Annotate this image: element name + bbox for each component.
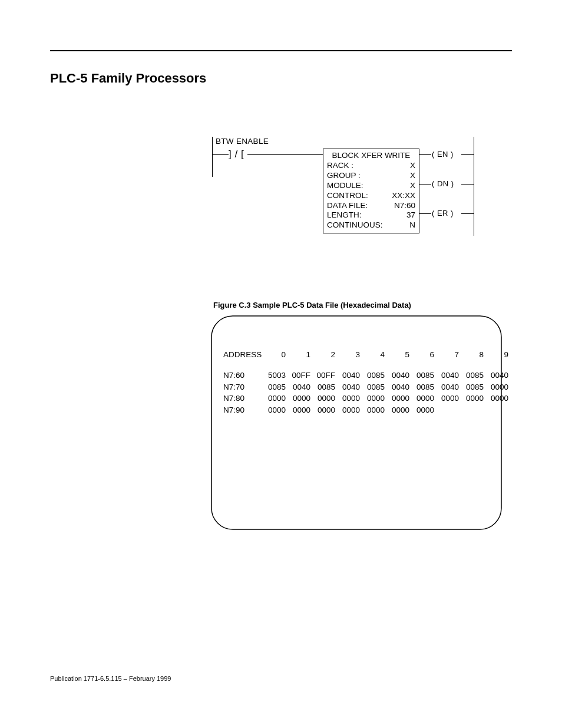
en-coil: ( EN ) [432, 150, 454, 159]
er-coil: ( ER ) [432, 209, 454, 218]
wire-er-to-rail [461, 213, 474, 214]
table-row: N7:90 0000 0000 0000 0000 0000 0000 0000 [223, 404, 511, 416]
cell: 0000 [387, 404, 412, 416]
instr-label: RACK : [327, 161, 353, 171]
cell: 0000 [263, 404, 288, 416]
cell [437, 404, 461, 416]
instr-label: MODULE: [327, 181, 363, 191]
instr-value: XX:XX [392, 191, 415, 201]
cell [461, 404, 486, 416]
page: PLC-5 Family Processors BTW ENABLE ] / [… [0, 0, 562, 728]
cell: 0000 [288, 404, 313, 416]
data-file-table: ADDRESS 0 1 2 3 4 5 6 7 8 9 N7:60 5003 0… [223, 350, 511, 416]
top-rule [50, 50, 512, 51]
right-power-rail [474, 137, 474, 236]
wire-to-er-coil [419, 213, 431, 214]
instr-value: X [410, 161, 415, 171]
cell: 5003 [263, 370, 288, 381]
data-file-screen: ADDRESS 0 1 2 3 4 5 6 7 8 9 N7:60 5003 0… [209, 314, 504, 532]
data-file-header-row: ADDRESS 0 1 2 3 4 5 6 7 8 9 [223, 350, 511, 359]
wire-to-dn-coil [419, 184, 431, 185]
table-row: N7:70 0085 0040 0085 0040 0085 0040 0085… [223, 381, 511, 393]
cell: 00FF [313, 370, 338, 381]
col-header: 8 [461, 350, 486, 359]
screen-border-icon [209, 314, 504, 532]
col-header: 7 [437, 350, 461, 359]
cell: 0000 [313, 404, 338, 416]
section-title: PLC-5 Family Processors [50, 71, 206, 86]
instr-row-datafile: DATA FILE: N7:60 [327, 201, 415, 211]
cell: 0040 [387, 370, 412, 381]
instr-row-control: CONTROL: XX:XX [327, 191, 415, 201]
cell: 0000 [288, 393, 313, 404]
cell: 0000 [263, 393, 288, 404]
btw-instruction-title: BLOCK XFER WRITE [327, 151, 415, 160]
wire-dn-to-rail [461, 184, 474, 185]
cell: 0040 [338, 370, 362, 381]
cell: 0000 [313, 393, 338, 404]
cell: 0085 [461, 381, 486, 393]
cell: 0000 [461, 393, 486, 404]
cell: 0085 [412, 381, 437, 393]
figure-caption: Figure C.3 Sample PLC-5 Data File (Hexad… [213, 301, 411, 309]
cell: 0085 [263, 381, 288, 393]
cell: 00FF [288, 370, 313, 381]
cell: 0040 [486, 370, 511, 381]
instr-row-continuous: CONTINUOUS: N [327, 220, 415, 230]
instr-label: GROUP : [327, 171, 361, 181]
wire-to-en-coil [419, 154, 431, 155]
table-row: N7:60 5003 00FF 00FF 0040 0085 0040 0085… [223, 370, 511, 381]
instr-value: X [410, 181, 415, 191]
col-header: 1 [288, 350, 313, 359]
cell: 0085 [362, 381, 387, 393]
instr-value: N [409, 220, 415, 230]
address-header-label: ADDRESS [223, 350, 263, 359]
cell: 0000 [437, 393, 461, 404]
col-header: 2 [313, 350, 338, 359]
row-address: N7:90 [223, 404, 263, 416]
cell: 0085 [461, 370, 486, 381]
instr-label: DATA FILE: [327, 201, 368, 211]
table-row: N7:80 0000 0000 0000 0000 0000 0000 0000… [223, 393, 511, 404]
cell: 0000 [486, 381, 511, 393]
instr-label: CONTROL: [327, 191, 368, 201]
instr-value: X [410, 171, 415, 181]
instr-row-module: MODULE: X [327, 181, 415, 191]
instr-value: N7:60 [394, 201, 415, 211]
cell: 0040 [387, 381, 412, 393]
cell: 0000 [362, 404, 387, 416]
cell: 0000 [486, 393, 511, 404]
xio-contact: ] / [ [229, 149, 244, 160]
col-header: 5 [387, 350, 412, 359]
col-header: 6 [412, 350, 437, 359]
row-address: N7:60 [223, 370, 263, 381]
wire-en-to-rail [461, 154, 474, 155]
col-header: 0 [263, 350, 288, 359]
cell: 0085 [313, 381, 338, 393]
cell [486, 404, 511, 416]
cell: 0040 [437, 381, 461, 393]
rung-input-label: BTW ENABLE [216, 137, 269, 146]
col-header: 3 [338, 350, 362, 359]
cell: 0000 [387, 393, 412, 404]
cell: 0040 [437, 370, 461, 381]
dn-coil: ( DN ) [432, 179, 454, 188]
publication-footer: Publication 1771-6.5.115 – February 1999 [50, 675, 171, 682]
cell: 0000 [412, 404, 437, 416]
row-address: N7:70 [223, 381, 263, 393]
col-header: 9 [486, 350, 511, 359]
instr-row-group: GROUP : X [327, 171, 415, 181]
cell: 0000 [338, 393, 362, 404]
cell: 0000 [412, 393, 437, 404]
cell: 0000 [362, 393, 387, 404]
btw-instruction-box: BLOCK XFER WRITE RACK : X GROUP : X MODU… [323, 149, 419, 233]
instr-label: LENGTH: [327, 210, 362, 220]
ladder-diagram: BTW ENABLE ] / [ BLOCK XFER WRITE RACK :… [212, 137, 474, 237]
cell: 0085 [362, 370, 387, 381]
cell: 0000 [338, 404, 362, 416]
instr-label: CONTINUOUS: [327, 220, 383, 230]
svg-rect-0 [211, 316, 501, 529]
instr-row-length: LENGTH: 37 [327, 210, 415, 220]
instr-row-rack: RACK : X [327, 161, 415, 171]
left-power-rail [212, 137, 213, 177]
